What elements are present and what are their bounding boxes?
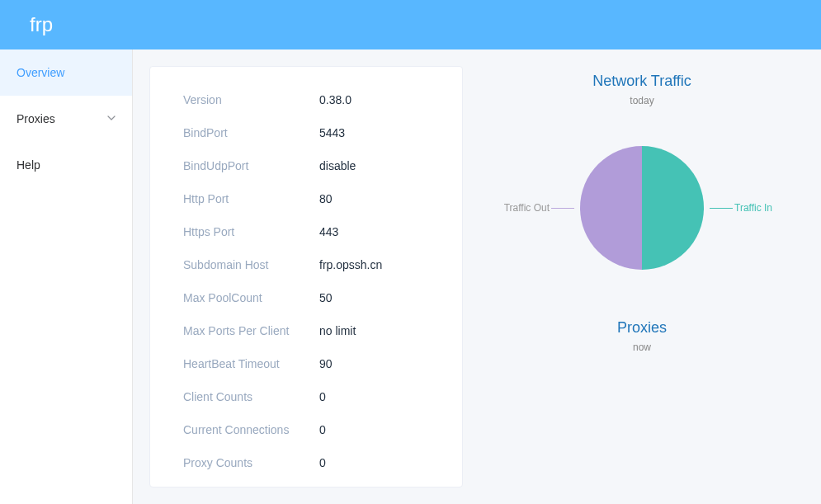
info-label: Subdomain Host	[183, 258, 319, 271]
chart-subtitle: now	[633, 341, 651, 353]
sidebar-item-overview[interactable]: Overview	[0, 49, 132, 96]
info-label: Http Port	[183, 192, 319, 205]
info-value: no limit	[319, 324, 356, 337]
info-value: 80	[319, 192, 333, 205]
pie-leader-line	[551, 208, 574, 209]
pie-label-traffic-in: Traffic In	[708, 202, 772, 214]
pie-chart-wrap: Traffic Out Traffic In	[502, 121, 782, 294]
info-row: HeartBeat Timeout90	[183, 347, 446, 380]
info-row: Https Port443	[183, 215, 446, 248]
pie-label-text: Traffic In	[734, 202, 772, 214]
pie-label-traffic-out: Traffic Out	[504, 202, 576, 214]
info-label: Version	[183, 93, 319, 106]
info-label: Max Ports Per Client	[183, 324, 319, 337]
content-area: Version0.38.0 BindPort5443 BindUdpPortdi…	[133, 49, 821, 504]
info-label: Max PoolCount	[183, 291, 319, 304]
info-label: BindUdpPort	[183, 159, 319, 172]
overview-info-card: Version0.38.0 BindPort5443 BindUdpPortdi…	[149, 66, 463, 488]
info-label: HeartBeat Timeout	[183, 357, 319, 370]
info-value: 0	[319, 390, 326, 403]
info-row: Client Counts0	[183, 380, 446, 413]
info-row: Http Port80	[183, 182, 446, 215]
info-value: 0	[319, 456, 326, 469]
chart-title: Proxies	[617, 319, 667, 337]
info-row: Max PoolCount50	[183, 281, 446, 314]
info-row: Subdomain Hostfrp.opssh.cn	[183, 248, 446, 281]
sidebar-item-label: Overview	[17, 66, 64, 79]
info-row: BindPort5443	[183, 116, 446, 149]
info-value: 0	[319, 423, 326, 436]
charts-panel: Network Traffic today Traffic Out Traffi…	[479, 66, 804, 488]
chart-subtitle: today	[630, 95, 653, 106]
info-label: Current Connections	[183, 423, 319, 436]
pie-chart-icon	[580, 146, 704, 270]
sidebar-item-proxies[interactable]: Proxies	[0, 96, 132, 142]
info-value: 0.38.0	[319, 93, 352, 106]
app-title: frp	[30, 13, 53, 36]
info-row: Max Ports Per Clientno limit	[183, 314, 446, 347]
info-value: 90	[319, 357, 333, 370]
pie-leader-line	[710, 208, 733, 209]
info-label: BindPort	[183, 126, 319, 139]
info-value: 50	[319, 291, 333, 304]
info-value: frp.opssh.cn	[319, 258, 382, 271]
app-header: frp	[0, 0, 821, 49]
sidebar-item-label: Help	[17, 158, 40, 172]
sidebar: Overview Proxies Help	[0, 49, 133, 504]
info-value: disable	[319, 159, 356, 172]
info-row: Version0.38.0	[183, 83, 446, 116]
info-label: Proxy Counts	[183, 456, 319, 469]
chart-title: Network Traffic	[592, 73, 691, 90]
info-value: 443	[319, 225, 338, 238]
info-label: Client Counts	[183, 390, 319, 403]
main-layout: Overview Proxies Help Version0.38.0 Bind…	[0, 49, 821, 504]
proxies-chart: Proxies now	[617, 319, 667, 353]
info-row: Current Connections0	[183, 413, 446, 446]
info-label: Https Port	[183, 225, 319, 238]
info-row: BindUdpPortdisable	[183, 149, 446, 182]
pie-label-text: Traffic Out	[504, 202, 550, 214]
info-value: 5443	[319, 126, 345, 139]
sidebar-item-help[interactable]: Help	[0, 142, 132, 188]
sidebar-item-label: Proxies	[17, 112, 55, 125]
chevron-down-icon	[107, 113, 116, 125]
network-traffic-chart: Network Traffic today Traffic Out Traffi…	[502, 73, 782, 319]
info-row: Proxy Counts0	[183, 446, 446, 479]
